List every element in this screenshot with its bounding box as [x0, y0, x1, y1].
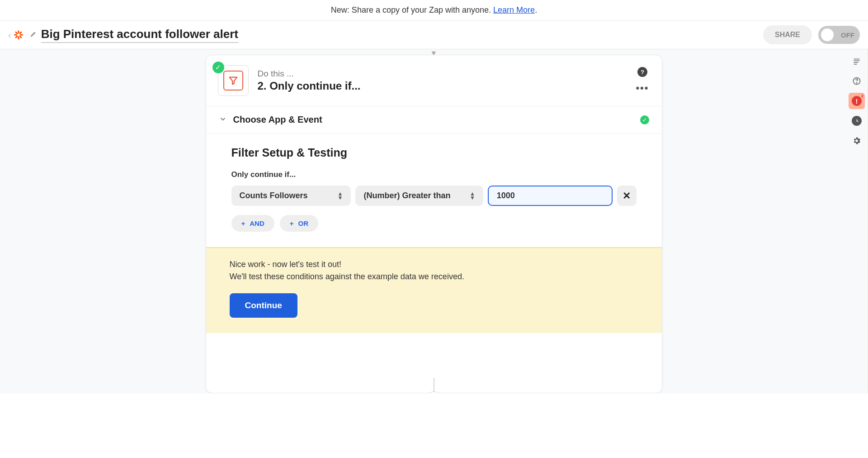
select-arrows-icon: ▲▼	[470, 192, 475, 200]
or-label: OR	[298, 219, 309, 227]
step-title: 2. Only continue if...	[258, 80, 627, 92]
filter-setup-body: Filter Setup & Testing Only continue if.…	[206, 134, 662, 247]
and-label: AND	[250, 219, 264, 227]
promo-banner: New: Share a copy of your Zap with anyon…	[0, 0, 868, 21]
chevron-down-icon	[219, 115, 227, 125]
step-status-check-icon: ✓	[212, 62, 224, 73]
plus-icon: +	[290, 219, 294, 227]
add-step-button[interactable]: +	[426, 391, 442, 393]
alert-icon: !	[852, 96, 862, 106]
plus-icon: +	[241, 219, 245, 227]
add-and-button[interactable]: + AND	[231, 215, 274, 232]
svg-rect-5	[15, 35, 18, 38]
step-subtitle: Do this ...	[258, 69, 627, 79]
alert-count-badge: 2	[861, 94, 863, 98]
test-line-1: Nice work - now let's test it out!	[230, 260, 638, 269]
back-icon[interactable]: ‹	[8, 30, 11, 40]
zap-enable-toggle[interactable]: OFF	[818, 26, 860, 44]
svg-point-13	[856, 83, 857, 83]
filter-condition-value: (Number) Greater than	[363, 191, 450, 200]
test-panel: Nice work - now let's test it out! We'll…	[206, 247, 662, 333]
side-rail: ! 2	[846, 49, 868, 149]
filter-condition-row: Counts Followers ▲▼ (Number) Greater tha…	[231, 186, 637, 206]
zapier-logo-icon[interactable]	[13, 29, 24, 40]
editor-canvas: ▼ ✓ Do this ... 2. Only continue if... ?…	[0, 49, 868, 393]
add-step-connector: +	[426, 378, 442, 393]
toggle-label: OFF	[841, 31, 854, 39]
rail-outline-icon[interactable]	[849, 53, 865, 69]
filter-field-value: Counts Followers	[240, 191, 308, 200]
rail-help-icon[interactable]	[849, 73, 865, 89]
filter-field-select[interactable]: Counts Followers ▲▼	[231, 186, 351, 206]
filter-condition-select[interactable]: (Number) Greater than ▲▼	[355, 186, 483, 206]
select-arrows-icon: ▲▼	[338, 192, 343, 200]
banner-suffix: .	[535, 5, 537, 14]
toggle-knob	[821, 29, 834, 41]
top-bar: ‹ Big Pinterest account follower alert S…	[0, 21, 868, 49]
filter-heading: Filter Setup & Testing	[231, 146, 637, 159]
section-status-check-icon: ✓	[640, 115, 649, 124]
remove-condition-button[interactable]: ✕	[617, 186, 637, 206]
filter-icon	[223, 71, 243, 91]
step-help-icon[interactable]: ?	[637, 67, 647, 77]
close-icon: ✕	[623, 190, 631, 202]
add-or-button[interactable]: + OR	[280, 215, 318, 232]
rail-settings-icon[interactable]	[849, 133, 865, 149]
step-more-icon[interactable]: •••	[636, 82, 649, 94]
banner-learn-more-link[interactable]: Learn More	[493, 5, 535, 14]
filter-label: Only continue if...	[231, 170, 637, 179]
svg-rect-1	[18, 36, 19, 39]
svg-rect-2	[14, 34, 17, 36]
svg-rect-7	[19, 35, 22, 38]
banner-text: New: Share a copy of your Zap with anyon…	[331, 5, 493, 14]
rail-alerts-button[interactable]: ! 2	[849, 93, 865, 109]
step-card: ✓ Do this ... 2. Only continue if... ? •…	[206, 55, 662, 393]
step-header[interactable]: Do this ... 2. Only continue if... ? •••	[206, 55, 662, 106]
section-title: Choose App & Event	[233, 114, 640, 125]
share-button[interactable]: SHARE	[763, 25, 812, 44]
rail-history-icon[interactable]	[849, 113, 865, 129]
svg-rect-3	[20, 34, 23, 36]
edit-title-icon[interactable]	[30, 31, 37, 39]
svg-rect-6	[15, 31, 18, 34]
zap-title[interactable]: Big Pinterest account follower alert	[41, 27, 238, 43]
filter-value-input[interactable]	[488, 186, 613, 206]
test-line-2: We'll test these conditions against the …	[230, 272, 638, 281]
choose-app-event-section[interactable]: Choose App & Event ✓	[206, 106, 662, 134]
continue-button[interactable]: Continue	[230, 293, 297, 318]
svg-rect-0	[18, 30, 19, 33]
svg-rect-4	[19, 31, 22, 34]
